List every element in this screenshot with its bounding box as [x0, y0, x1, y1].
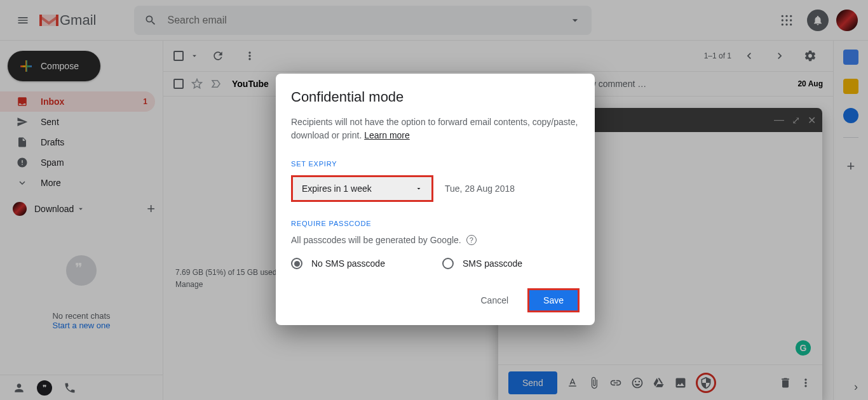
link-icon[interactable]	[609, 377, 622, 389]
chevron-down-icon	[17, 177, 28, 189]
prev-page-button[interactable]	[736, 43, 762, 69]
add-addon-button[interactable]: +	[847, 158, 855, 175]
sidebar: Compose Inbox 1 Sent Drafts Spam More Do…	[0, 41, 163, 400]
search-icon	[144, 14, 157, 27]
settings-button[interactable]	[797, 43, 823, 69]
sidebar-footer: ❞	[0, 375, 163, 400]
compose-label: Compose	[41, 61, 79, 71]
close-icon[interactable]: ✕	[808, 114, 816, 126]
sidebar-item-inbox[interactable]: Inbox 1	[0, 91, 155, 112]
sidebar-item-drafts[interactable]: Drafts	[0, 132, 155, 152]
chevron-down-icon[interactable]	[190, 51, 199, 60]
dialog-actions: Cancel Save	[291, 288, 580, 312]
tasks-addon[interactable]	[843, 108, 858, 123]
grammarly-icon[interactable]: G	[796, 340, 811, 356]
fullscreen-icon[interactable]: ⤢	[792, 114, 800, 126]
next-page-button[interactable]	[767, 43, 792, 69]
sidebar-item-more[interactable]: More	[0, 173, 155, 193]
refresh-button[interactable]	[205, 43, 231, 69]
drive-icon[interactable]	[653, 377, 665, 389]
set-expiry-label: SET EXPIRY	[291, 160, 580, 168]
help-icon[interactable]: ?	[466, 235, 477, 245]
require-passcode-label: REQUIRE PASSCODE	[291, 220, 580, 227]
person-icon[interactable]	[13, 382, 25, 394]
important-icon[interactable]	[210, 78, 222, 90]
hamburger-icon	[17, 14, 29, 27]
user-avatar[interactable]	[836, 10, 858, 31]
confidential-icon[interactable]	[700, 377, 712, 389]
expiry-value: Expires in 1 week	[302, 183, 372, 194]
row-checkbox[interactable]	[173, 79, 184, 89]
search-bar[interactable]	[134, 6, 592, 35]
radio-icon	[442, 258, 454, 269]
inbox-count: 1	[143, 97, 147, 106]
minimize-icon[interactable]: —	[774, 114, 784, 126]
expiry-date-text: Tue, 28 Aug 2018	[445, 183, 515, 194]
more-vert-icon[interactable]	[799, 377, 812, 389]
sidebar-item-sent[interactable]: Sent	[0, 112, 155, 132]
chevron-left-icon	[743, 50, 756, 62]
header-right	[774, 8, 858, 33]
sidebar-item-spam[interactable]: Spam	[0, 152, 155, 173]
chevron-down-icon[interactable]	[76, 204, 85, 213]
menu-button[interactable]	[10, 8, 36, 33]
notifications-button[interactable]	[807, 10, 829, 31]
calendar-addon[interactable]	[843, 50, 858, 65]
emoji-icon[interactable]	[631, 377, 644, 389]
refresh-icon	[212, 50, 224, 62]
apps-grid-icon	[780, 14, 793, 27]
header: Gmail	[0, 0, 868, 41]
keep-addon[interactable]	[843, 79, 858, 94]
radio-label: No SMS passcode	[311, 258, 385, 269]
divider	[843, 137, 858, 138]
learn-more-link[interactable]: Learn more	[364, 130, 410, 140]
email-toolbar: 1–1 of 1	[163, 41, 833, 71]
svg-point-2	[790, 15, 792, 17]
expand-panel-button[interactable]: ›	[854, 380, 858, 394]
no-sms-option[interactable]: No SMS passcode	[291, 258, 385, 269]
storage-usage: 7.69 GB (51%) of 15 GB used	[175, 267, 276, 279]
sms-option[interactable]: SMS passcode	[442, 258, 522, 269]
inbox-icon	[17, 96, 28, 107]
email-date: 20 Aug	[797, 79, 823, 88]
sidebar-item-label: Drafts	[41, 137, 64, 147]
add-button[interactable]: +	[147, 201, 155, 217]
svg-point-3	[782, 19, 783, 21]
svg-point-0	[782, 15, 783, 17]
radio-icon	[291, 258, 302, 269]
cancel-button[interactable]: Cancel	[473, 290, 516, 310]
compose-footer: Send	[498, 364, 822, 400]
confidential-mode-highlight	[696, 373, 716, 393]
sent-icon	[17, 116, 28, 128]
phone-icon[interactable]	[64, 382, 76, 394]
download-label[interactable]: Download	[34, 204, 74, 214]
sidebar-item-label: Spam	[41, 157, 64, 168]
send-button[interactable]: Send	[508, 371, 557, 394]
svg-point-5	[790, 19, 792, 21]
dropdown-icon	[415, 185, 423, 192]
gear-icon	[804, 50, 817, 62]
svg-point-1	[785, 15, 787, 17]
chat-tab[interactable]: ❞	[37, 380, 52, 396]
formatting-icon[interactable]	[566, 377, 579, 389]
apps-button[interactable]	[774, 8, 799, 33]
search-input[interactable]	[167, 15, 569, 26]
select-all-checkbox[interactable]	[173, 51, 184, 61]
attach-icon[interactable]	[588, 377, 600, 389]
image-icon[interactable]	[674, 377, 687, 389]
gmail-logo[interactable]: Gmail	[38, 12, 96, 29]
expiry-dropdown[interactable]: Expires in 1 week	[291, 175, 433, 202]
plus-icon	[20, 60, 32, 72]
more-button[interactable]	[237, 43, 262, 69]
start-new-link[interactable]: Start a new one	[13, 321, 150, 330]
hangouts-area: No recent chats Start a new one	[0, 255, 163, 330]
save-button[interactable]: Save	[527, 288, 580, 312]
search-dropdown-icon[interactable]	[569, 14, 581, 27]
storage-manage-link[interactable]: Manage	[175, 279, 276, 291]
radio-label: SMS passcode	[463, 258, 522, 269]
no-recent-text: No recent chats	[13, 311, 150, 321]
delete-icon[interactable]	[779, 377, 792, 389]
download-avatar-icon	[13, 202, 27, 216]
compose-button[interactable]: Compose	[8, 51, 100, 81]
star-icon[interactable]	[191, 78, 203, 90]
